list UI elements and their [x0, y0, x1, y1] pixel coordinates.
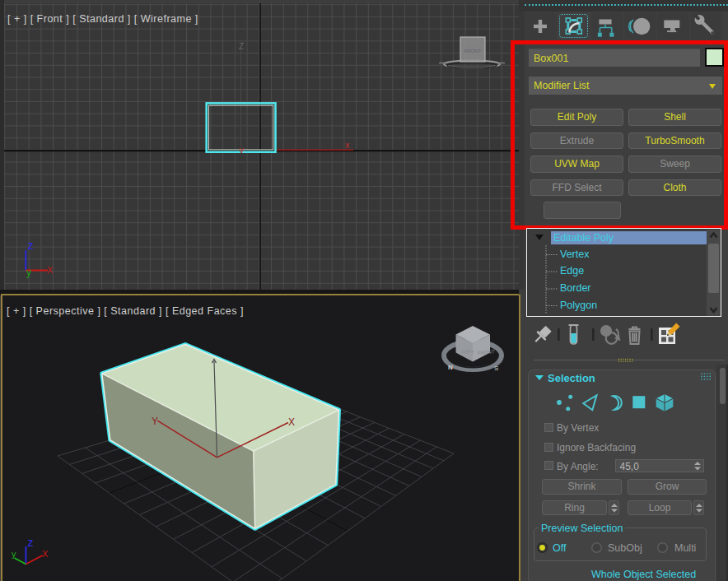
- svg-text:X: X: [288, 416, 295, 428]
- svg-text:Z: Z: [28, 241, 34, 251]
- svg-text:Z: Z: [28, 538, 34, 548]
- svg-text:Y: Y: [152, 416, 158, 427]
- svg-text:N: N: [448, 364, 453, 371]
- svg-text:y: y: [26, 267, 31, 278]
- svg-text:x: x: [345, 140, 350, 150]
- svg-text:X: X: [42, 549, 49, 559]
- svg-text:FRONT: FRONT: [478, 349, 496, 356]
- svg-text:y: y: [12, 549, 16, 559]
- svg-text:Z: Z: [239, 42, 244, 51]
- svg-text:X: X: [47, 265, 54, 275]
- svg-text:v: v: [240, 145, 245, 155]
- svg-text:S: S: [494, 365, 498, 372]
- svg-text:FRONT: FRONT: [464, 49, 482, 53]
